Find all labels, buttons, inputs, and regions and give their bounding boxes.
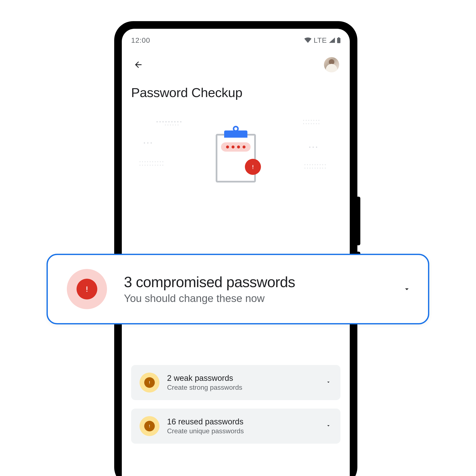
phone-side-button xyxy=(357,197,360,245)
svg-rect-0 xyxy=(337,38,340,43)
back-button[interactable] xyxy=(132,59,144,71)
status-indicators: LTE xyxy=(304,36,340,44)
status-bar: 12:00 LTE xyxy=(131,34,340,47)
phone-frame: 12:00 LTE Password Checkup xyxy=(114,21,357,476)
callout-title: 3 compromised passwords xyxy=(124,274,403,290)
alert-title: 2 weak passwords xyxy=(167,374,326,383)
wifi-icon xyxy=(304,37,311,43)
top-app-bar xyxy=(131,57,340,72)
weak-passwords-row[interactable]: 2 weak passwords Create strong passwords xyxy=(131,365,340,400)
battery-icon xyxy=(337,37,340,43)
network-label: LTE xyxy=(314,36,327,44)
compromised-passwords-callout[interactable]: 3 compromised passwords You should chang… xyxy=(47,254,429,324)
chevron-down-icon xyxy=(326,423,332,429)
svg-rect-1 xyxy=(338,37,340,38)
alerts-list: 2 weak passwords Create strong passwords… xyxy=(122,357,350,444)
password-dots-icon xyxy=(221,142,251,152)
warning-icon xyxy=(139,373,159,392)
alert-icon xyxy=(67,269,107,309)
cellular-signal-icon xyxy=(329,37,335,43)
clipboard-icon xyxy=(216,128,256,183)
phone-screen: 12:00 LTE Password Checkup xyxy=(122,29,350,476)
chevron-down-icon xyxy=(326,379,332,386)
alert-subtitle: Create strong passwords xyxy=(167,384,326,391)
reused-passwords-row[interactable]: 16 reused passwords Create unique passwo… xyxy=(131,408,340,444)
warning-icon xyxy=(139,416,159,436)
alert-badge-icon xyxy=(245,159,261,175)
hero-illustration xyxy=(131,113,340,197)
alert-title: 16 reused passwords xyxy=(167,417,326,426)
page-title: Password Checkup xyxy=(131,85,340,100)
callout-subtitle: You should change these now xyxy=(124,292,403,305)
account-avatar[interactable] xyxy=(324,57,339,72)
chevron-down-icon xyxy=(403,285,411,293)
alert-subtitle: Create unique passwords xyxy=(167,427,326,435)
status-time: 12:00 xyxy=(131,36,150,44)
